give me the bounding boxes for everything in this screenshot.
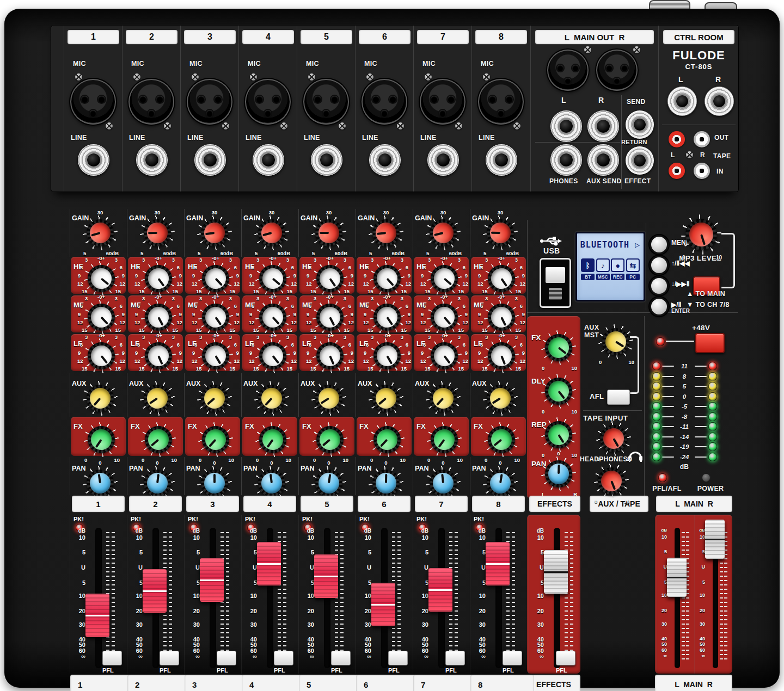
- send-jack[interactable]: [626, 110, 654, 139]
- tape-out-r-rca[interactable]: [694, 131, 710, 147]
- ctrl-room-r-jack[interactable]: [705, 87, 734, 116]
- aux-knob[interactable]: 010: [140, 381, 175, 416]
- line-jack[interactable]: [253, 144, 284, 176]
- fx-knob[interactable]: 010: [313, 422, 347, 457]
- channel-1-fader[interactable]: [85, 594, 109, 637]
- mf-knob[interactable]: -0+33669912121515: [313, 300, 347, 335]
- hf-knob[interactable]: -0+33669912121515: [484, 261, 519, 296]
- line-jack[interactable]: [486, 144, 517, 176]
- aux-knob[interactable]: 010: [311, 381, 346, 416]
- channel-3-fader[interactable]: [200, 558, 224, 602]
- effects-dly-knob[interactable]: 010: [541, 374, 576, 409]
- effects-rep-knob[interactable]: 010: [541, 417, 576, 452]
- lf-knob[interactable]: -0+33669912121515: [255, 338, 290, 373]
- gain-knob[interactable]: 30560dB: [197, 215, 232, 250]
- mf-knob[interactable]: -0+33669912121515: [370, 300, 405, 335]
- mf-knob[interactable]: -0+33669912121515: [255, 300, 290, 335]
- menu-button-3[interactable]: [650, 276, 669, 295]
- aux-knob[interactable]: 010: [369, 381, 403, 416]
- channel-4-fader[interactable]: [257, 542, 281, 585]
- hf-knob[interactable]: -0+33669912121515: [313, 261, 347, 296]
- phantom-button[interactable]: [695, 333, 725, 353]
- pfl-button[interactable]: [445, 651, 465, 665]
- mf-knob[interactable]: -0+33669912121515: [427, 300, 462, 335]
- mic-xlr-jack[interactable]: [362, 79, 407, 125]
- tape-out-l-rca[interactable]: [669, 131, 685, 147]
- headphones-knob[interactable]: 010: [594, 464, 629, 498]
- aux-knob[interactable]: 010: [483, 381, 518, 416]
- pfl-button[interactable]: [331, 651, 351, 665]
- mic-xlr-jack[interactable]: [245, 79, 291, 125]
- mic-xlr-jack[interactable]: [187, 79, 232, 125]
- channel-5-fader[interactable]: [314, 554, 338, 598]
- hf-knob[interactable]: -0+33669912121515: [84, 261, 119, 296]
- line-jack[interactable]: [78, 144, 109, 176]
- hf-knob[interactable]: -0+33669912121515: [141, 261, 176, 296]
- fx-knob[interactable]: 010: [141, 422, 176, 457]
- channel-8-fader[interactable]: [486, 542, 510, 585]
- mf-knob[interactable]: -0+33669912121515: [484, 300, 519, 335]
- fx-knob[interactable]: 010: [255, 422, 290, 457]
- pfl-button[interactable]: [102, 651, 122, 665]
- mic-xlr-jack[interactable]: [128, 79, 174, 125]
- gain-knob[interactable]: 30560dB: [254, 215, 289, 250]
- effects-fader[interactable]: [544, 550, 568, 594]
- mf-knob[interactable]: -0+33669912121515: [84, 300, 119, 335]
- lf-knob[interactable]: -0+33669912121515: [313, 338, 347, 373]
- gain-knob[interactable]: 30560dB: [311, 215, 346, 250]
- channel-2-fader[interactable]: [143, 569, 167, 613]
- main-out-xlr-l[interactable]: [547, 50, 589, 91]
- main-r-jack[interactable]: [587, 110, 619, 142]
- line-jack[interactable]: [369, 144, 401, 176]
- gain-knob[interactable]: 30560dB: [426, 215, 461, 250]
- aux-knob[interactable]: 010: [83, 381, 118, 416]
- menu-button-1[interactable]: [650, 235, 669, 254]
- fx-knob[interactable]: 010: [484, 422, 519, 457]
- lf-knob[interactable]: -0+33669912121515: [484, 338, 519, 373]
- mic-xlr-jack[interactable]: [420, 79, 465, 125]
- fx-knob[interactable]: 010: [427, 422, 462, 457]
- pfl-button[interactable]: [274, 651, 293, 665]
- mic-xlr-jack[interactable]: [303, 79, 349, 125]
- channel-6-fader[interactable]: [371, 583, 395, 626]
- afl-button[interactable]: [607, 390, 630, 405]
- gain-knob[interactable]: 30560dB: [83, 215, 118, 250]
- pfl-button[interactable]: [503, 651, 522, 665]
- ctrl-room-l-jack[interactable]: [667, 87, 697, 116]
- aux-knob[interactable]: 010: [254, 381, 289, 416]
- hf-knob[interactable]: -0+33669912121515: [255, 261, 290, 296]
- line-jack[interactable]: [311, 144, 342, 176]
- menu-button-2[interactable]: [650, 256, 669, 275]
- lf-knob[interactable]: -0+33669912121515: [141, 338, 176, 373]
- main-l-fader[interactable]: [667, 558, 687, 597]
- lf-knob[interactable]: -0+33669912121515: [427, 338, 462, 373]
- lf-knob[interactable]: -0+33669912121515: [370, 338, 405, 373]
- lf-knob[interactable]: -0+33669912121515: [198, 338, 233, 373]
- aux-send-jack[interactable]: [587, 144, 619, 176]
- lf-knob[interactable]: -0+33669912121515: [84, 338, 119, 373]
- pfl-button[interactable]: [217, 651, 236, 665]
- pfl-button[interactable]: [388, 651, 408, 665]
- aux-knob[interactable]: 010: [426, 381, 461, 416]
- tape-input-knob[interactable]: 010: [596, 421, 631, 456]
- tape-in-l-rca[interactable]: [669, 163, 685, 179]
- aux-knob[interactable]: 010: [197, 381, 232, 416]
- line-jack[interactable]: [427, 144, 459, 176]
- channel-7-fader[interactable]: [428, 568, 452, 612]
- usb-port[interactable]: [540, 258, 571, 308]
- effect-return-jack[interactable]: [626, 146, 654, 175]
- hf-knob[interactable]: -0+33669912121515: [427, 261, 462, 296]
- effects-fx-knob[interactable]: 010: [541, 330, 576, 365]
- pfl-button[interactable]: [160, 651, 179, 665]
- gain-knob[interactable]: 30560dB: [483, 215, 518, 250]
- gain-knob[interactable]: 30560dB: [140, 215, 175, 250]
- aux-mst-knob[interactable]: 010: [598, 324, 633, 359]
- phones-jack[interactable]: [550, 144, 582, 176]
- main-out-xlr-r[interactable]: [596, 50, 638, 91]
- effects-pan-knob[interactable]: 0LR: [541, 456, 576, 491]
- menu-button-4[interactable]: [650, 297, 669, 316]
- hf-knob[interactable]: -0+33669912121515: [370, 261, 405, 296]
- line-jack[interactable]: [194, 144, 226, 176]
- hf-knob[interactable]: -0+33669912121515: [198, 261, 233, 296]
- main-r-fader[interactable]: [705, 520, 725, 559]
